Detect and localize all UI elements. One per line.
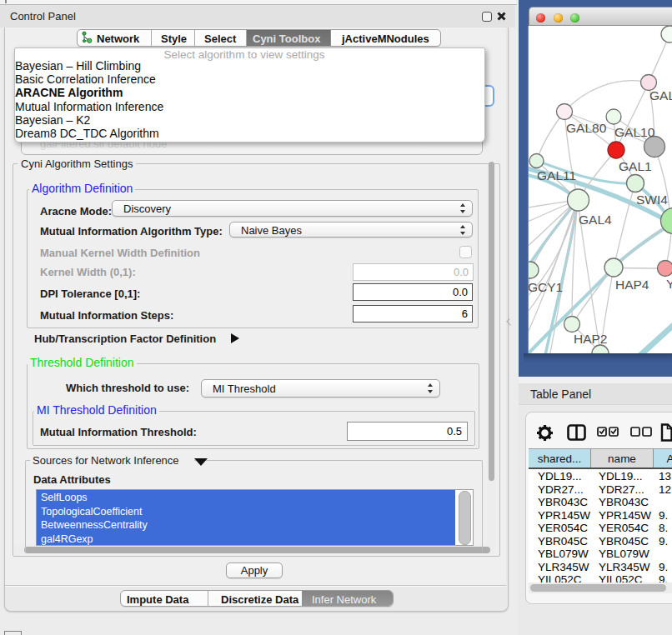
svg-text:GAL4: GAL4 — [579, 212, 612, 227]
svg-text:HAP4: HAP4 — [615, 278, 649, 292]
svg-text:HAP2: HAP2 — [574, 332, 608, 346]
svg-text:GAL10: GAL10 — [614, 125, 655, 139]
svg-text:GAL2: GAL2 — [649, 88, 672, 102]
svg-text:GAL80: GAL80 — [566, 121, 607, 135]
svg-text:GAL1: GAL1 — [619, 159, 652, 173]
svg-text:SWI4: SWI4 — [636, 192, 668, 207]
svg-text:Y: Y — [666, 277, 672, 291]
svg-text:GAL11: GAL11 — [537, 168, 576, 182]
svg-text:GCY1: GCY1 — [529, 280, 563, 294]
